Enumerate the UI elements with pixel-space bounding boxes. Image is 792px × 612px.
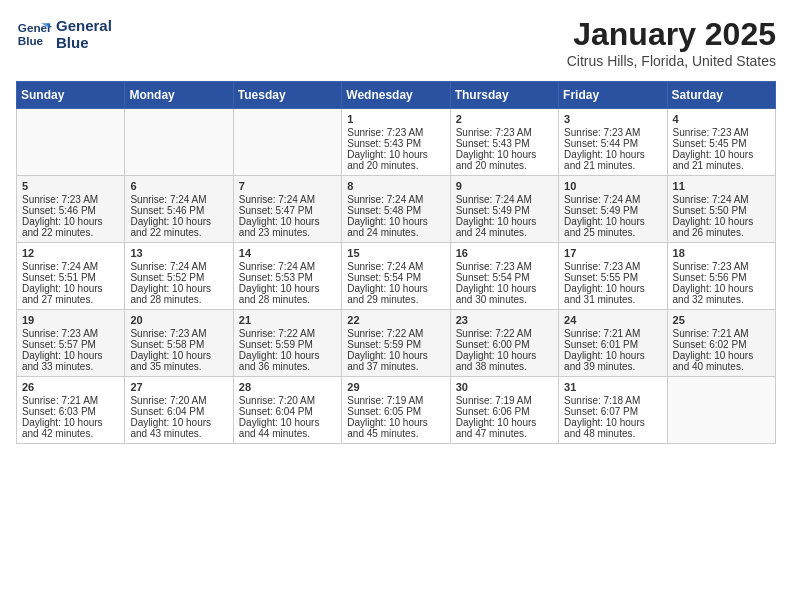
day-info-line: Sunset: 6:03 PM bbox=[22, 406, 119, 417]
calendar-cell: 22Sunrise: 7:22 AMSunset: 5:59 PMDayligh… bbox=[342, 310, 450, 377]
day-info-line: Daylight: 10 hours and 33 minutes. bbox=[22, 350, 119, 372]
day-info-line: Daylight: 10 hours and 40 minutes. bbox=[673, 350, 770, 372]
day-of-week-header: Sunday bbox=[17, 82, 125, 109]
calendar-cell: 20Sunrise: 7:23 AMSunset: 5:58 PMDayligh… bbox=[125, 310, 233, 377]
day-info-line: Daylight: 10 hours and 42 minutes. bbox=[22, 417, 119, 439]
day-info-line: Daylight: 10 hours and 36 minutes. bbox=[239, 350, 336, 372]
day-info-line: Sunset: 5:43 PM bbox=[347, 138, 444, 149]
calendar-cell bbox=[125, 109, 233, 176]
logo: General Blue General Blue bbox=[16, 16, 112, 52]
day-info-line: Sunrise: 7:21 AM bbox=[673, 328, 770, 339]
day-info-line: Sunrise: 7:22 AM bbox=[347, 328, 444, 339]
day-number: 31 bbox=[564, 381, 661, 393]
day-info-line: Sunset: 5:51 PM bbox=[22, 272, 119, 283]
day-number: 29 bbox=[347, 381, 444, 393]
calendar-week-row: 12Sunrise: 7:24 AMSunset: 5:51 PMDayligh… bbox=[17, 243, 776, 310]
day-number: 15 bbox=[347, 247, 444, 259]
calendar-cell: 4Sunrise: 7:23 AMSunset: 5:45 PMDaylight… bbox=[667, 109, 775, 176]
day-of-week-header: Monday bbox=[125, 82, 233, 109]
day-info-line: Sunset: 5:59 PM bbox=[239, 339, 336, 350]
day-info-line: Sunrise: 7:22 AM bbox=[456, 328, 553, 339]
logo-icon: General Blue bbox=[16, 16, 52, 52]
day-info-line: Sunrise: 7:22 AM bbox=[239, 328, 336, 339]
calendar-cell: 30Sunrise: 7:19 AMSunset: 6:06 PMDayligh… bbox=[450, 377, 558, 444]
day-number: 17 bbox=[564, 247, 661, 259]
calendar-cell: 14Sunrise: 7:24 AMSunset: 5:53 PMDayligh… bbox=[233, 243, 341, 310]
day-info-line: Daylight: 10 hours and 47 minutes. bbox=[456, 417, 553, 439]
calendar-cell: 28Sunrise: 7:20 AMSunset: 6:04 PMDayligh… bbox=[233, 377, 341, 444]
day-info-line: Daylight: 10 hours and 23 minutes. bbox=[239, 216, 336, 238]
calendar-header-row: SundayMondayTuesdayWednesdayThursdayFrid… bbox=[17, 82, 776, 109]
calendar-cell: 31Sunrise: 7:18 AMSunset: 6:07 PMDayligh… bbox=[559, 377, 667, 444]
day-number: 26 bbox=[22, 381, 119, 393]
day-of-week-header: Saturday bbox=[667, 82, 775, 109]
day-number: 2 bbox=[456, 113, 553, 125]
calendar-cell: 17Sunrise: 7:23 AMSunset: 5:55 PMDayligh… bbox=[559, 243, 667, 310]
calendar-cell: 12Sunrise: 7:24 AMSunset: 5:51 PMDayligh… bbox=[17, 243, 125, 310]
calendar-cell bbox=[233, 109, 341, 176]
calendar-cell: 6Sunrise: 7:24 AMSunset: 5:46 PMDaylight… bbox=[125, 176, 233, 243]
day-info-line: Sunrise: 7:24 AM bbox=[347, 194, 444, 205]
day-info-line: Sunrise: 7:23 AM bbox=[130, 328, 227, 339]
day-info-line: Sunrise: 7:23 AM bbox=[456, 127, 553, 138]
calendar-cell: 3Sunrise: 7:23 AMSunset: 5:44 PMDaylight… bbox=[559, 109, 667, 176]
day-info-line: Sunset: 6:01 PM bbox=[564, 339, 661, 350]
calendar-cell: 15Sunrise: 7:24 AMSunset: 5:54 PMDayligh… bbox=[342, 243, 450, 310]
day-info-line: Sunrise: 7:24 AM bbox=[239, 261, 336, 272]
day-number: 1 bbox=[347, 113, 444, 125]
day-number: 18 bbox=[673, 247, 770, 259]
day-info-line: Sunset: 5:44 PM bbox=[564, 138, 661, 149]
calendar-week-row: 26Sunrise: 7:21 AMSunset: 6:03 PMDayligh… bbox=[17, 377, 776, 444]
day-info-line: Sunset: 5:58 PM bbox=[130, 339, 227, 350]
svg-text:Blue: Blue bbox=[18, 34, 44, 47]
calendar-cell: 25Sunrise: 7:21 AMSunset: 6:02 PMDayligh… bbox=[667, 310, 775, 377]
calendar-cell: 29Sunrise: 7:19 AMSunset: 6:05 PMDayligh… bbox=[342, 377, 450, 444]
calendar-cell: 5Sunrise: 7:23 AMSunset: 5:46 PMDaylight… bbox=[17, 176, 125, 243]
day-info-line: Daylight: 10 hours and 22 minutes. bbox=[22, 216, 119, 238]
day-info-line: Sunset: 5:54 PM bbox=[456, 272, 553, 283]
day-of-week-header: Friday bbox=[559, 82, 667, 109]
day-info-line: Sunrise: 7:24 AM bbox=[564, 194, 661, 205]
day-info-line: Daylight: 10 hours and 20 minutes. bbox=[456, 149, 553, 171]
day-info-line: Sunset: 6:04 PM bbox=[130, 406, 227, 417]
day-info-line: Daylight: 10 hours and 28 minutes. bbox=[239, 283, 336, 305]
day-info-line: Daylight: 10 hours and 28 minutes. bbox=[130, 283, 227, 305]
day-info-line: Sunset: 6:04 PM bbox=[239, 406, 336, 417]
calendar-cell: 24Sunrise: 7:21 AMSunset: 6:01 PMDayligh… bbox=[559, 310, 667, 377]
day-info-line: Daylight: 10 hours and 24 minutes. bbox=[456, 216, 553, 238]
day-info-line: Daylight: 10 hours and 43 minutes. bbox=[130, 417, 227, 439]
calendar-cell: 2Sunrise: 7:23 AMSunset: 5:43 PMDaylight… bbox=[450, 109, 558, 176]
day-info-line: Daylight: 10 hours and 31 minutes. bbox=[564, 283, 661, 305]
calendar-cell bbox=[17, 109, 125, 176]
day-info-line: Sunset: 5:59 PM bbox=[347, 339, 444, 350]
day-info-line: Sunrise: 7:24 AM bbox=[130, 261, 227, 272]
calendar-cell: 27Sunrise: 7:20 AMSunset: 6:04 PMDayligh… bbox=[125, 377, 233, 444]
day-number: 14 bbox=[239, 247, 336, 259]
calendar-cell: 9Sunrise: 7:24 AMSunset: 5:49 PMDaylight… bbox=[450, 176, 558, 243]
day-info-line: Sunrise: 7:21 AM bbox=[564, 328, 661, 339]
day-number: 7 bbox=[239, 180, 336, 192]
day-number: 21 bbox=[239, 314, 336, 326]
calendar-cell: 8Sunrise: 7:24 AMSunset: 5:48 PMDaylight… bbox=[342, 176, 450, 243]
day-info-line: Sunset: 5:46 PM bbox=[130, 205, 227, 216]
day-info-line: Sunrise: 7:24 AM bbox=[130, 194, 227, 205]
calendar-cell: 26Sunrise: 7:21 AMSunset: 6:03 PMDayligh… bbox=[17, 377, 125, 444]
calendar-cell bbox=[667, 377, 775, 444]
day-info-line: Daylight: 10 hours and 20 minutes. bbox=[347, 149, 444, 171]
day-info-line: Sunrise: 7:24 AM bbox=[673, 194, 770, 205]
day-info-line: Sunrise: 7:19 AM bbox=[347, 395, 444, 406]
day-info-line: Sunrise: 7:24 AM bbox=[239, 194, 336, 205]
day-of-week-header: Wednesday bbox=[342, 82, 450, 109]
day-info-line: Sunset: 6:07 PM bbox=[564, 406, 661, 417]
day-info-line: Daylight: 10 hours and 37 minutes. bbox=[347, 350, 444, 372]
day-number: 4 bbox=[673, 113, 770, 125]
day-info-line: Daylight: 10 hours and 48 minutes. bbox=[564, 417, 661, 439]
day-info-line: Sunrise: 7:20 AM bbox=[239, 395, 336, 406]
calendar-cell: 16Sunrise: 7:23 AMSunset: 5:54 PMDayligh… bbox=[450, 243, 558, 310]
day-info-line: Sunrise: 7:20 AM bbox=[130, 395, 227, 406]
calendar-title: January 2025 bbox=[567, 16, 776, 53]
calendar-week-row: 1Sunrise: 7:23 AMSunset: 5:43 PMDaylight… bbox=[17, 109, 776, 176]
day-info-line: Sunrise: 7:23 AM bbox=[347, 127, 444, 138]
day-info-line: Daylight: 10 hours and 32 minutes. bbox=[673, 283, 770, 305]
day-info-line: Sunset: 5:43 PM bbox=[456, 138, 553, 149]
